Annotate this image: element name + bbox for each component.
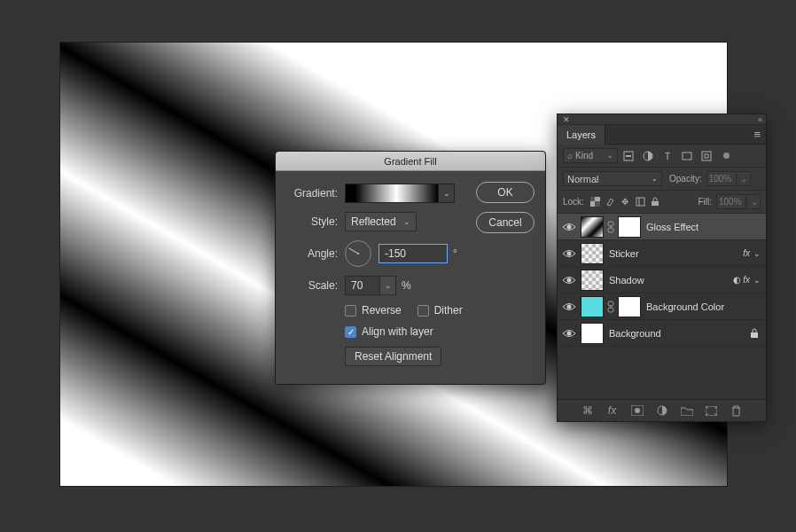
fx-badge[interactable]: fx	[743, 275, 752, 285]
close-icon[interactable]: ✕	[563, 115, 570, 124]
layers-tab[interactable]: Layers	[558, 125, 605, 145]
visibility-icon[interactable]	[558, 328, 581, 339]
align-checkbox[interactable]: Align with layer	[345, 325, 433, 338]
reset-alignment-button[interactable]: Reset Alignment	[345, 347, 441, 366]
add-mask-icon[interactable]	[631, 405, 644, 416]
cancel-button[interactable]: Cancel	[476, 212, 535, 233]
visibility-icon[interactable]	[558, 222, 581, 232]
svg-rect-11	[652, 201, 659, 206]
svg-rect-1	[626, 155, 631, 157]
layer-row[interactable]: Shadow ◐ fx ⌄	[558, 267, 766, 293]
dialog-title: Gradient Fill	[276, 152, 545, 171]
chevron-down-icon: ⌄	[607, 152, 613, 160]
chevron-down-icon[interactable]: ⌄	[752, 276, 766, 285]
lock-all-icon[interactable]	[649, 197, 662, 207]
ok-button[interactable]: OK	[476, 182, 535, 203]
filter-adjustment-icon[interactable]	[639, 151, 657, 161]
link-layers-icon[interactable]: ⌘	[581, 404, 594, 417]
opacity-dropdown-icon[interactable]: ⌄	[738, 171, 751, 186]
scale-label: Scale:	[286, 279, 345, 292]
mask-thumbnail[interactable]	[618, 296, 641, 317]
layer-thumbnail[interactable]	[581, 243, 604, 264]
filter-kind-select[interactable]: ⌕ Kind ⌄	[563, 148, 618, 163]
layer-thumbnail[interactable]	[581, 216, 604, 238]
svg-point-22	[567, 331, 572, 335]
style-select[interactable]: Reflected ⌄	[345, 212, 417, 231]
svg-point-17	[567, 278, 572, 282]
opacity-value: 100%	[709, 174, 732, 184]
link-icon	[607, 221, 618, 233]
layer-thumbnail[interactable]	[581, 296, 604, 317]
layers-panel: ✕ « Layers ≡ ⌕ Kind ⌄ T Normal ⌄ Opac	[557, 113, 767, 422]
checkbox-icon	[345, 305, 356, 317]
new-layer-icon[interactable]	[706, 406, 718, 416]
svg-point-16	[567, 251, 572, 255]
blend-mode-select[interactable]: Normal ⌄	[563, 171, 662, 186]
layer-row[interactable]: Background Color	[558, 293, 766, 320]
filter-badge[interactable]: ◐	[733, 275, 743, 285]
new-adjustment-icon[interactable]	[656, 405, 668, 416]
checkbox-icon	[418, 305, 429, 317]
style-value: Reflected	[351, 215, 396, 228]
mask-thumbnail[interactable]	[618, 216, 641, 238]
fx-badge[interactable]: fx	[743, 248, 752, 258]
filter-type-icon[interactable]: T	[659, 151, 676, 161]
svg-rect-3	[683, 153, 691, 160]
visibility-icon[interactable]	[558, 248, 581, 259]
opacity-input[interactable]: 100%	[706, 171, 737, 186]
layer-name[interactable]: Shadow	[607, 275, 733, 286]
visibility-icon[interactable]	[558, 275, 581, 286]
lock-paint-icon[interactable]	[604, 197, 617, 207]
scale-dropdown-icon[interactable]: ⌄	[380, 276, 396, 295]
chevron-down-icon: ⌄	[403, 217, 410, 226]
filter-shape-icon[interactable]	[678, 151, 696, 161]
fill-dropdown-icon[interactable]: ⌄	[748, 194, 761, 209]
svg-rect-7	[590, 197, 595, 201]
gradient-dropdown-icon[interactable]: ⌄	[439, 184, 455, 203]
layer-name[interactable]: Sticker	[607, 248, 743, 259]
scale-input[interactable]	[345, 276, 380, 295]
delete-layer-icon[interactable]	[730, 405, 743, 417]
style-label: Style:	[286, 215, 345, 228]
filter-pixel-icon[interactable]	[620, 151, 637, 161]
angle-dial[interactable]	[345, 240, 371, 267]
angle-input[interactable]	[378, 244, 448, 263]
dither-checkbox[interactable]: Dither	[418, 304, 463, 317]
svg-point-25	[635, 408, 640, 413]
filter-toggle-icon[interactable]	[717, 153, 735, 159]
svg-rect-5	[705, 154, 708, 158]
layer-row[interactable]: Sticker fx ⌄	[558, 240, 766, 267]
layer-name[interactable]: Gloss Effect	[644, 222, 766, 232]
svg-point-18	[567, 304, 572, 309]
collapse-icon[interactable]: «	[758, 115, 766, 124]
fill-value: 100%	[719, 197, 742, 207]
panel-menu-icon[interactable]: ≡	[748, 128, 766, 141]
gradient-picker[interactable]	[345, 184, 439, 203]
fill-label: Fill:	[698, 197, 712, 207]
visibility-icon[interactable]	[558, 301, 581, 312]
lock-label: Lock:	[563, 197, 584, 207]
layer-thumbnail[interactable]	[581, 270, 604, 291]
new-group-icon[interactable]	[681, 406, 693, 416]
fill-input[interactable]: 100%	[716, 194, 746, 209]
reverse-checkbox[interactable]: Reverse	[345, 304, 402, 317]
layer-name[interactable]: Background Color	[644, 301, 766, 312]
lock-transparency-icon[interactable]	[589, 197, 602, 207]
layer-thumbnail[interactable]	[581, 323, 604, 344]
layer-row[interactable]: Background	[558, 320, 766, 347]
chevron-down-icon[interactable]: ⌄	[752, 249, 766, 258]
align-label: Align with layer	[362, 325, 433, 338]
lock-artboard-icon[interactable]	[634, 197, 647, 207]
filter-smart-icon[interactable]	[698, 151, 715, 161]
layer-name[interactable]: Background	[607, 328, 743, 339]
layer-row[interactable]: Gloss Effect	[558, 214, 766, 240]
dither-label: Dither	[434, 304, 463, 317]
opacity-label: Opacity:	[669, 174, 702, 184]
layer-fx-icon[interactable]: fx	[606, 404, 619, 417]
lock-position-icon[interactable]: ✥	[619, 197, 632, 207]
blend-mode-value: Normal	[567, 174, 598, 184]
layer-list: Gloss Effect Sticker fx ⌄ Shadow ◐ fx ⌄	[558, 214, 766, 400]
svg-rect-4	[702, 152, 711, 160]
chevron-down-icon: ⌄	[652, 175, 658, 183]
svg-rect-8	[595, 201, 600, 207]
